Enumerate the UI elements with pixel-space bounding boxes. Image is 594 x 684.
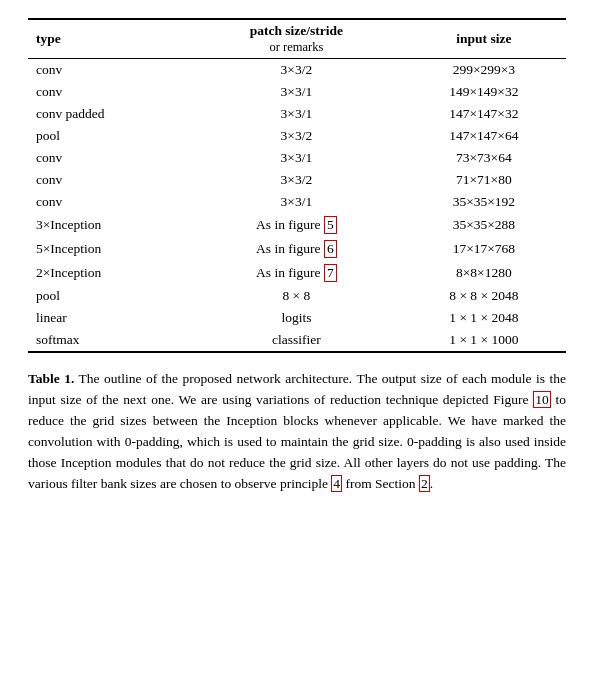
figure-ref-highlight: 6 <box>324 240 337 258</box>
table-row-input: 17×17×768 <box>402 237 566 261</box>
table-row-type: 2×Inception <box>28 261 191 285</box>
table-row-input: 71×71×80 <box>402 169 566 191</box>
table-row-patch: As in figure 7 <box>191 261 402 285</box>
table-row-type: softmax <box>28 329 191 352</box>
table-row-type: 5×Inception <box>28 237 191 261</box>
table-row-patch: 3×3/1 <box>191 81 402 103</box>
table-row-patch: 3×3/2 <box>191 169 402 191</box>
table-row-input: 8 × 8 × 2048 <box>402 285 566 307</box>
table-row-type: pool <box>28 285 191 307</box>
col-header-input: input size <box>402 19 566 59</box>
caption-text3: from Section <box>342 476 419 491</box>
table-row-patch: 3×3/1 <box>191 191 402 213</box>
table-row-input: 73×73×64 <box>402 147 566 169</box>
table-row-input: 149×149×32 <box>402 81 566 103</box>
caption-text1: The outline of the proposed network arch… <box>28 371 566 407</box>
col-header-type: type <box>28 19 191 59</box>
table-row-patch: 3×3/1 <box>191 103 402 125</box>
caption-label: Table 1. <box>28 371 74 386</box>
table-row-input: 147×147×64 <box>402 125 566 147</box>
table-row-type: linear <box>28 307 191 329</box>
col-header-patch: patch size/strideor remarks <box>191 19 402 59</box>
table-row-input: 1 × 1 × 1000 <box>402 329 566 352</box>
table-row-patch: classifier <box>191 329 402 352</box>
table-row-patch: logits <box>191 307 402 329</box>
table-row-patch: 3×3/2 <box>191 125 402 147</box>
table-row-type: conv <box>28 59 191 82</box>
table-row-patch: As in figure 6 <box>191 237 402 261</box>
table-row-input: 147×147×32 <box>402 103 566 125</box>
table-row-input: 299×299×3 <box>402 59 566 82</box>
table-row-type: conv padded <box>28 103 191 125</box>
table-row-patch: 3×3/2 <box>191 59 402 82</box>
caption-ref2: 4 <box>331 475 342 492</box>
caption-text4: . <box>430 476 433 491</box>
figure-ref-highlight: 7 <box>324 264 337 282</box>
caption-ref3: 2 <box>419 475 430 492</box>
table-caption: Table 1. The outline of the proposed net… <box>28 369 566 495</box>
table-row-patch: As in figure 5 <box>191 213 402 237</box>
table-row-input: 8×8×1280 <box>402 261 566 285</box>
table-row-input: 35×35×192 <box>402 191 566 213</box>
table-row-type: 3×Inception <box>28 213 191 237</box>
table-row-patch: 3×3/1 <box>191 147 402 169</box>
figure-ref-highlight: 5 <box>324 216 337 234</box>
table-row-type: conv <box>28 169 191 191</box>
table-row-type: conv <box>28 191 191 213</box>
table-row-input: 1 × 1 × 2048 <box>402 307 566 329</box>
table-row-patch: 8 × 8 <box>191 285 402 307</box>
caption-ref1: 10 <box>533 391 551 408</box>
table-row-type: conv <box>28 147 191 169</box>
table-row-type: conv <box>28 81 191 103</box>
table-row-type: pool <box>28 125 191 147</box>
col-header-patch-sub: or remarks <box>269 40 323 54</box>
table-row-input: 35×35×288 <box>402 213 566 237</box>
architecture-table: type patch size/strideor remarks input s… <box>28 18 566 353</box>
